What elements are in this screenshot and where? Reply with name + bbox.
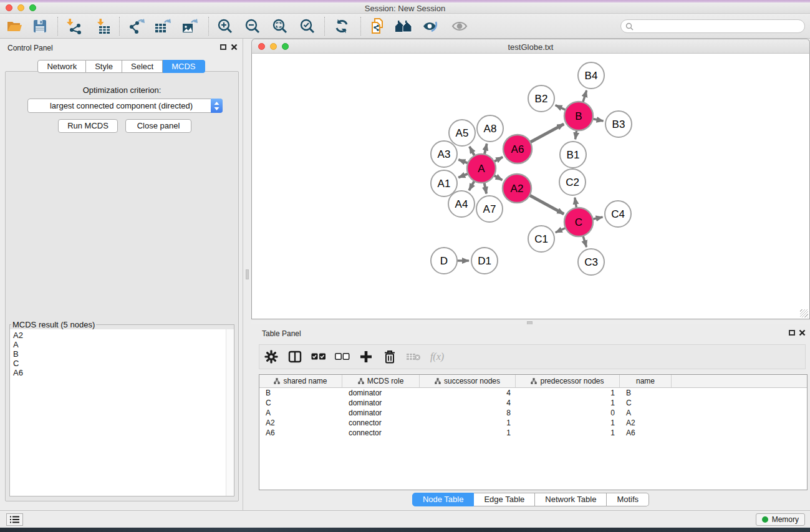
import-network-button[interactable] xyxy=(64,16,86,36)
zoom-fit-button[interactable] xyxy=(269,16,291,36)
graph-node-B1[interactable]: B1 xyxy=(560,142,586,168)
column-header[interactable]: MCDS role xyxy=(342,375,420,387)
table-cell[interactable]: 4 xyxy=(420,398,516,408)
table-cell[interactable]: A xyxy=(259,408,342,418)
graph-node-A1[interactable]: A1 xyxy=(431,170,457,196)
graph-node-B[interactable]: B xyxy=(564,102,593,130)
tab-edge-table[interactable]: Edge Table xyxy=(474,493,535,506)
export-image-button[interactable] xyxy=(179,16,201,36)
column-header[interactable]: predecessor nodes xyxy=(516,375,620,387)
add-column-button[interactable] xyxy=(354,347,378,367)
close-panel-icon[interactable] xyxy=(231,44,238,51)
float-panel-icon[interactable] xyxy=(789,330,795,336)
app-titlebar[interactable]: Session: New Session xyxy=(0,2,810,14)
open-session-button[interactable] xyxy=(3,16,26,36)
graph-node-A4[interactable]: A4 xyxy=(448,191,475,217)
table-cell[interactable]: B xyxy=(259,388,342,398)
graph-node-A7[interactable]: A7 xyxy=(476,196,503,222)
table-cell[interactable]: connector xyxy=(342,428,420,438)
column-header[interactable]: name xyxy=(620,375,672,387)
tab-select[interactable]: Select xyxy=(122,60,163,73)
graph-node-A2[interactable]: A2 xyxy=(503,174,531,203)
criterion-dropdown[interactable]: largest connected component (directed) xyxy=(27,99,223,113)
table-cell[interactable]: A6 xyxy=(259,428,342,438)
table-cell[interactable]: 1 xyxy=(420,428,516,438)
table-cell[interactable]: A2 xyxy=(259,418,342,428)
tab-style[interactable]: Style xyxy=(86,60,122,73)
graph-node-C4[interactable]: C4 xyxy=(605,201,631,227)
table-cell[interactable]: 1 xyxy=(516,418,620,428)
graph-node-A3[interactable]: A3 xyxy=(431,141,457,167)
table-row[interactable]: A2connector11A2 xyxy=(259,418,807,428)
close-panel-icon[interactable] xyxy=(799,329,806,336)
graph-node-A8[interactable]: A8 xyxy=(477,115,503,142)
search-field[interactable] xyxy=(620,19,805,33)
show-graphics-details-button[interactable] xyxy=(448,16,471,36)
task-history-button[interactable] xyxy=(6,513,23,526)
table-cell[interactable]: 1 xyxy=(516,388,620,398)
list-item[interactable]: C xyxy=(13,359,234,368)
table-cell[interactable]: 1 xyxy=(516,428,620,438)
mcds-list-scrollbar[interactable] xyxy=(226,329,234,496)
network-canvas[interactable]: AA1A2A3A4A5A6A7A8BB1B2B3B4CC1C2C3C4DD1 xyxy=(251,54,810,319)
table-cell[interactable]: 4 xyxy=(420,388,516,398)
deselect-all-button[interactable] xyxy=(330,347,354,367)
table-cell[interactable]: C xyxy=(620,398,672,408)
toggle-columns-button[interactable] xyxy=(283,347,307,367)
list-item[interactable]: A xyxy=(13,340,234,349)
table-cell[interactable]: dominator xyxy=(342,408,420,418)
graph-node-B4[interactable]: B4 xyxy=(578,62,604,89)
zoom-selected-button[interactable] xyxy=(296,16,319,36)
memory-button[interactable]: Memory xyxy=(756,513,805,526)
network-graph[interactable]: AA1A2A3A4A5A6A7A8BB1B2B3B4CC1C2C3C4DD1 xyxy=(252,54,809,318)
run-mcds-button[interactable]: Run MCDS xyxy=(58,119,118,133)
tab-mcds[interactable]: MCDS xyxy=(163,60,205,73)
list-item[interactable]: A6 xyxy=(13,368,234,377)
splitter-handle[interactable] xyxy=(246,269,249,279)
table-cell[interactable]: A xyxy=(620,408,672,418)
window-resize-handle[interactable] xyxy=(800,309,808,317)
table-cell[interactable]: C xyxy=(259,398,342,408)
delete-table-button[interactable] xyxy=(402,347,425,367)
tab-network[interactable]: Network xyxy=(37,60,86,73)
table-row[interactable]: Adominator80A xyxy=(259,408,807,418)
panel-splitter[interactable] xyxy=(243,39,251,510)
zoom-in-button[interactable] xyxy=(214,16,236,36)
graph-node-C[interactable]: C xyxy=(564,208,593,236)
function-builder-button[interactable]: f(x) xyxy=(425,347,449,367)
export-network-button[interactable] xyxy=(125,16,147,36)
float-panel-icon[interactable] xyxy=(220,44,226,50)
table-cell[interactable]: A2 xyxy=(620,418,672,428)
table-cell[interactable]: dominator xyxy=(342,388,420,398)
table-settings-button[interactable] xyxy=(259,347,283,367)
search-input[interactable] xyxy=(636,21,804,32)
close-panel-button[interactable]: Close panel xyxy=(125,119,191,133)
table-row[interactable]: Cdominator41C xyxy=(259,398,807,408)
select-all-button[interactable] xyxy=(307,347,330,367)
import-table-button[interactable] xyxy=(92,16,114,36)
delete-column-button[interactable] xyxy=(378,347,402,367)
mcds-result-list[interactable]: A2ABCA6 xyxy=(10,329,234,496)
export-table-button[interactable] xyxy=(152,16,174,36)
graph-node-D[interactable]: D xyxy=(431,248,457,274)
network-from-selection-button[interactable] xyxy=(367,16,389,36)
zoom-out-button[interactable] xyxy=(241,16,264,36)
column-header[interactable]: shared name xyxy=(259,375,342,387)
column-header[interactable]: successor nodes xyxy=(420,375,516,387)
graph-node-C1[interactable]: C1 xyxy=(528,226,554,252)
tab-node-table[interactable]: Node Table xyxy=(412,493,475,506)
list-item[interactable]: B xyxy=(13,349,234,359)
graph-node-C2[interactable]: C2 xyxy=(559,169,586,195)
table-cell[interactable]: 8 xyxy=(420,408,516,418)
table-cell[interactable]: A6 xyxy=(620,428,672,438)
table-cell[interactable]: connector xyxy=(342,418,420,428)
table-cell[interactable]: 0 xyxy=(516,408,620,418)
list-item[interactable]: A2 xyxy=(13,331,234,340)
graph-node-A[interactable]: A xyxy=(467,154,496,183)
network-window-titlebar[interactable]: testGlobe.txt xyxy=(251,39,810,54)
home-button[interactable] xyxy=(393,16,415,36)
save-session-button[interactable] xyxy=(29,16,51,36)
table-cell[interactable]: B xyxy=(620,388,672,398)
table-cell[interactable]: 1 xyxy=(516,398,620,408)
hide-graphics-details-button[interactable] xyxy=(420,16,442,36)
